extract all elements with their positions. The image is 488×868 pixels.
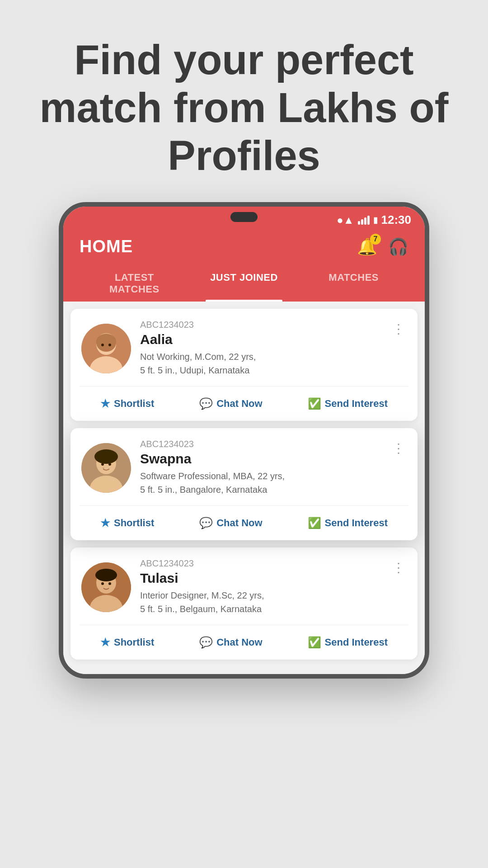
send-interest-button[interactable]: ✅ Send Interest [302,395,393,413]
chat-icon: 💬 [199,517,213,529]
avatar-tulasi[interactable] [81,562,131,612]
phone-mockup-wrapper: ●▲ ▮ 12:30 HOME 🔔 7 🎧 [0,202,488,679]
chat-icon: 💬 [199,397,213,410]
more-options-icon[interactable]: ⋮ [390,558,407,577]
more-options-icon[interactable]: ⋮ [390,320,407,338]
card-actions: ★ Shortlist 💬 Chat Now ✅ Send Interest [70,506,418,540]
profile-id: ABC1234023 [140,558,381,569]
svg-point-12 [103,467,104,469]
notification-badge: 7 [370,234,381,245]
header-top: HOME 🔔 7 🎧 [80,237,408,256]
svg-point-9 [94,449,118,464]
svg-point-3 [96,334,116,352]
clock: 12:30 [381,213,412,227]
star-icon: ★ [100,397,110,410]
tab-latest-matches[interactable]: LATEST MATCHES [80,265,189,302]
status-icons: ●▲ ▮ 12:30 [337,213,411,227]
profile-card-swapna: ABC1234023 Swapna Software Professional,… [70,428,418,540]
profile-details: Not Working, M.Com, 22 yrs, 5 ft. 5 in.,… [140,350,381,377]
profile-card-aalia: ABC1234023 Aalia Not Working, M.Com, 22 … [70,309,418,421]
avatar-swapna[interactable] [81,443,131,493]
app-title: HOME [80,237,133,256]
svg-point-16 [95,569,117,581]
svg-point-4 [101,344,104,346]
tab-just-joined[interactable]: JUST JOINED [189,265,299,302]
svg-point-17 [101,582,104,585]
profile-info-swapna: ABC1234023 Swapna Software Professional,… [140,439,381,496]
shortlist-button[interactable]: ★ Shortlist [95,633,160,651]
profile-name[interactable]: Swapna [140,451,381,467]
check-circle-icon: ✅ [308,636,321,649]
svg-point-5 [108,344,111,346]
headset-icon[interactable]: 🎧 [388,237,408,256]
star-icon: ★ [100,517,110,529]
phone-notch [230,212,258,222]
profile-name[interactable]: Aalia [140,332,381,347]
svg-point-11 [108,463,111,466]
hero-headline: Find your perfect match from Lakhs of Pr… [27,36,461,179]
hero-section: Find your perfect match from Lakhs of Pr… [0,0,488,202]
app-header: HOME 🔔 7 🎧 LATEST MATCHES JUST JOINED [63,230,425,302]
wifi-icon: ●▲ [337,214,354,226]
profile-name[interactable]: Tulasi [140,571,381,586]
profile-id: ABC1234023 [140,320,381,330]
star-icon: ★ [100,636,110,649]
profile-details: Interior Designer, M.Sc, 22 yrs, 5 ft. 5… [140,589,381,616]
chat-now-button[interactable]: 💬 Chat Now [194,633,267,651]
app-tabs: LATEST MATCHES JUST JOINED MATCHES [80,265,408,302]
profile-info-aalia: ABC1234023 Aalia Not Working, M.Com, 22 … [140,320,381,377]
tab-matches[interactable]: MATCHES [299,265,408,302]
svg-point-10 [101,463,104,466]
phone-mockup: ●▲ ▮ 12:30 HOME 🔔 7 🎧 [59,202,429,679]
more-options-icon[interactable]: ⋮ [390,439,407,458]
profile-details: Software Professional, MBA, 22 yrs, 5 ft… [140,469,381,496]
card-body: ABC1234023 Aalia Not Working, M.Com, 22 … [70,309,418,386]
check-circle-icon: ✅ [308,517,321,529]
svg-point-18 [108,582,111,585]
header-icons: 🔔 7 🎧 [357,237,408,256]
send-interest-button[interactable]: ✅ Send Interest [302,514,393,532]
profile-id: ABC1234023 [140,439,381,449]
profiles-list: ABC1234023 Aalia Not Working, M.Com, 22 … [63,302,425,674]
profile-card-tulasi: ABC1234023 Tulasi Interior Designer, M.S… [70,547,418,660]
chat-icon: 💬 [199,636,213,649]
card-actions: ★ Shortlist 💬 Chat Now ✅ Send Interest [70,625,418,660]
chat-now-button[interactable]: 💬 Chat Now [194,514,267,532]
check-circle-icon: ✅ [308,397,321,410]
shortlist-button[interactable]: ★ Shortlist [95,395,160,413]
card-body: ABC1234023 Tulasi Interior Designer, M.S… [70,547,418,625]
avatar-aalia[interactable] [81,324,131,373]
chat-now-button[interactable]: 💬 Chat Now [194,395,267,413]
shortlist-button[interactable]: ★ Shortlist [95,514,160,532]
signal-icon [358,216,370,225]
profile-info-tulasi: ABC1234023 Tulasi Interior Designer, M.S… [140,558,381,616]
status-bar: ●▲ ▮ 12:30 [63,207,425,230]
notification-button[interactable]: 🔔 7 [357,237,377,256]
card-body: ABC1234023 Swapna Software Professional,… [70,428,418,505]
card-actions: ★ Shortlist 💬 Chat Now ✅ Send Interest [70,387,418,421]
battery-icon: ▮ [373,215,378,225]
send-interest-button[interactable]: ✅ Send Interest [302,633,393,651]
